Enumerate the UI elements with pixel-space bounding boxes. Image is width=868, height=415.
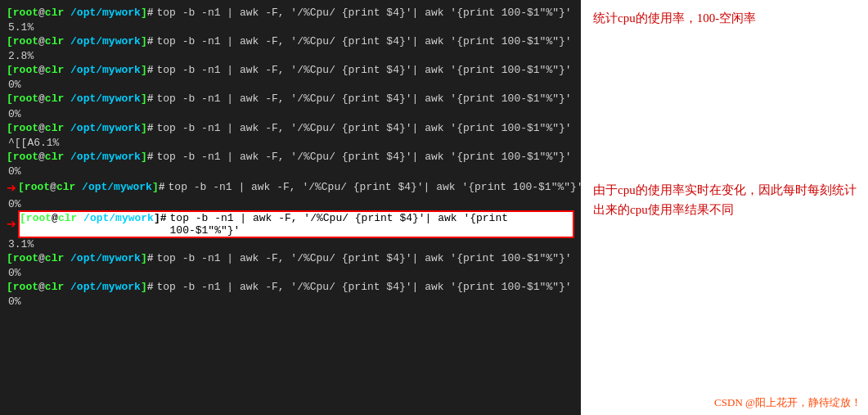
terminal-line-10: [root@clr /opt/mywork]#top -b -n1 | awk … <box>7 279 574 295</box>
output-8: 3.1% <box>7 238 574 250</box>
terminal-line-3: [root@clr /opt/mywork]#top -b -n1 | awk … <box>7 62 574 79</box>
output-1: 5.1% <box>7 21 574 34</box>
output-10: 0% <box>7 295 574 308</box>
ctrl-output-5: ^[[A6.1% <box>7 137 574 149</box>
output-3: 0% <box>7 79 574 91</box>
terminal-line-2: [root@clr /opt/mywork]#top -b -n1 | awk … <box>7 34 574 50</box>
output-6: 0% <box>7 165 574 178</box>
terminal-line-8-wrapper: ➔ [root@clr /opt/mywork]#top -b -n1 | aw… <box>7 210 574 238</box>
terminal-line-4: [root@clr /opt/mywork]#top -b -n1 | awk … <box>7 91 574 107</box>
output-4: 0% <box>7 108 574 120</box>
terminal-line-5: [root@clr /opt/mywork]#top -b -n1 | awk … <box>7 120 574 137</box>
highlighted-command-line: [root@clr /opt/mywork]#top -b -n1 | awk … <box>18 210 574 238</box>
terminal-line-7-wrapper: ➔ [root@clr /opt/mywork]#top -b -n1 | aw… <box>7 178 574 198</box>
terminal-line-6: [root@clr /opt/mywork]#top -b -n1 | awk … <box>7 149 574 165</box>
annotation-box-2: 由于cpu的使用率实时在变化，因此每时每刻统计出来的cpu使用率结果不同 <box>593 180 860 219</box>
output-7: 0% <box>7 198 574 210</box>
annotation-box-1: 统计cpu的使用率，100-空闲率 <box>593 8 860 28</box>
red-arrow-2: ➔ <box>7 214 16 234</box>
terminal: [root@clr /opt/mywork]#top -b -n1 | awk … <box>0 0 581 415</box>
terminal-line-9: [root@clr /opt/mywork]#top -b -n1 | awk … <box>7 250 574 267</box>
annotation-text-2: 由于cpu的使用率实时在变化，因此每时每刻统计出来的cpu使用率结果不同 <box>593 180 860 219</box>
terminal-line-1: [root@clr /opt/mywork]#top -b -n1 | awk … <box>7 5 574 21</box>
annotations-panel: 统计cpu的使用率，100-空闲率 由于cpu的使用率实时在变化，因此每时每刻统… <box>585 0 868 415</box>
red-arrow-1: ➔ <box>7 178 16 198</box>
annotation-text-1: 统计cpu的使用率，100-空闲率 <box>593 8 860 28</box>
terminal-line-7: [root@clr /opt/mywork]#top -b -n1 | awk … <box>18 179 581 196</box>
watermark: CSDN @阳上花开，静待绽放！ <box>714 395 861 410</box>
output-2: 2.8% <box>7 50 574 62</box>
output-9: 0% <box>7 267 574 279</box>
